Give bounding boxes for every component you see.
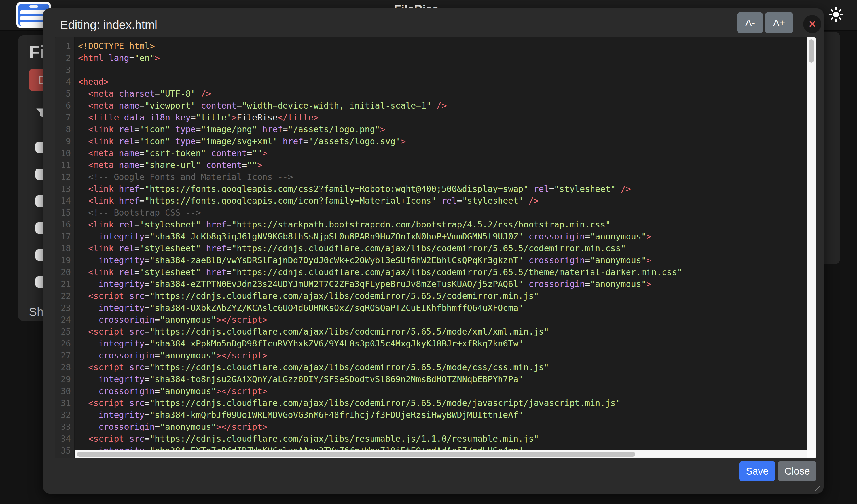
sun-icon[interactable]: [828, 7, 844, 22]
code-line[interactable]: 4<head>: [55, 76, 816, 88]
code-line[interactable]: 14 <link href="https://fonts.googleapis.…: [55, 195, 816, 207]
line-number: 22: [55, 290, 74, 302]
line-number: 12: [55, 171, 74, 183]
code-line[interactable]: 29 integrity="sha384-to8njsu2GAiXQnY/aLG…: [55, 373, 816, 385]
line-number: 28: [55, 362, 74, 373]
line-number: 25: [55, 326, 74, 338]
line-number: 14: [55, 195, 74, 207]
code-line[interactable]: 18 <link rel="stylesheet" href="https://…: [55, 243, 816, 255]
line-number: 13: [55, 183, 74, 195]
line-number: 31: [55, 397, 74, 409]
code-editor[interactable]: 1<!DOCTYPE html>2<html lang="en">34<head…: [55, 37, 816, 458]
code-line[interactable]: 28 <script src="https://cdnjs.cloudflare…: [55, 362, 816, 373]
line-number: 5: [55, 88, 74, 100]
line-number: 29: [55, 373, 74, 385]
code-line[interactable]: 31 <script src="https://cdnjs.cloudflare…: [55, 397, 816, 409]
close-button[interactable]: Close: [778, 461, 817, 481]
code-line[interactable]: 15 <!-- Bootstrap CSS -->: [55, 207, 816, 219]
line-number: 32: [55, 409, 74, 421]
line-number: 34: [55, 433, 74, 445]
code-line[interactable]: 8 <link rel="icon" type="image/png" href…: [55, 123, 816, 135]
line-number: 20: [55, 266, 74, 278]
line-number: 27: [55, 350, 74, 362]
line-number: 30: [55, 385, 74, 397]
code-line[interactable]: 22 <script src="https://cdnjs.cloudflare…: [55, 290, 816, 302]
code-line[interactable]: 25 <script src="https://cdnjs.cloudflare…: [55, 326, 816, 338]
code-line[interactable]: 13 <link href="https://fonts.googleapis.…: [55, 183, 816, 195]
code-line[interactable]: 2<html lang="en">: [55, 52, 816, 64]
save-button[interactable]: Save: [739, 461, 775, 481]
code-line[interactable]: 24 crossorigin="anonymous"></script>: [55, 314, 816, 326]
horizontal-scrollbar[interactable]: [74, 450, 807, 458]
line-number: 6: [55, 100, 74, 111]
line-number: 23: [55, 302, 74, 314]
line-number: 33: [55, 421, 74, 433]
line-number: 26: [55, 338, 74, 350]
code-line[interactable]: 5 <meta charset="UTF-8" />: [55, 88, 816, 100]
code-lines[interactable]: 1<!DOCTYPE html>2<html lang="en">34<head…: [55, 40, 816, 457]
code-line[interactable]: 16 <link rel="stylesheet" href="https://…: [55, 219, 816, 231]
code-line[interactable]: 27 crossorigin="anonymous"></script>: [55, 350, 816, 362]
code-line[interactable]: 34 <script src="https://cdnjs.cloudflare…: [55, 433, 816, 445]
line-number: 16: [55, 219, 74, 231]
code-line[interactable]: 19 integrity="sha384-zaeBlB/vwYsDRSlFajn…: [55, 255, 816, 266]
vertical-scrollbar-thumb[interactable]: [808, 39, 814, 63]
line-number: 15: [55, 207, 74, 219]
line-number: 9: [55, 135, 74, 147]
vertical-scrollbar[interactable]: [807, 37, 816, 458]
modal-title: Editing: index.html: [60, 18, 157, 32]
line-number: 24: [55, 314, 74, 326]
line-number: 4: [55, 76, 74, 88]
code-line[interactable]: 12 <!-- Google Fonts and Material Icons …: [55, 171, 816, 183]
line-number: 11: [55, 159, 74, 171]
sidebar-title: Fi: [29, 42, 45, 62]
font-decrease-button[interactable]: A-: [737, 12, 763, 33]
code-line[interactable]: 10 <meta name="csrf-token" content="">: [55, 147, 816, 159]
scrollbar-corner: [807, 450, 816, 458]
line-number: 7: [55, 111, 74, 123]
code-line[interactable]: 23 integrity="sha384-UXbkZAbZYZ/KCAslc6U…: [55, 302, 816, 314]
font-increase-button[interactable]: A+: [765, 12, 793, 33]
line-number: 35: [55, 445, 74, 457]
line-number: 1: [55, 40, 74, 52]
line-number: 18: [55, 243, 74, 255]
screen: FileRise Fi D Sho Editin: [0, 0, 857, 504]
code-line[interactable]: 11 <meta name="share-url" content="">: [55, 159, 816, 171]
code-line[interactable]: 17 integrity="sha384-JcKb8q3iqJ61gNV9KGb…: [55, 231, 816, 243]
line-number: 10: [55, 147, 74, 159]
line-number: 8: [55, 123, 74, 135]
line-number: 21: [55, 278, 74, 290]
code-line[interactable]: 20 <link rel="stylesheet" href="https://…: [55, 266, 816, 278]
code-line[interactable]: 30 crossorigin="anonymous"></script>: [55, 385, 816, 397]
code-line[interactable]: 32 integrity="sha384-kmQrbJf09Uo1WRLMDVG…: [55, 409, 816, 421]
code-line[interactable]: 26 integrity="sha384-xPpkMo5nDgD98fIcuRV…: [55, 338, 816, 350]
code-line[interactable]: 6 <meta name="viewport" content="width=d…: [55, 100, 816, 111]
close-x-button[interactable]: ✕: [803, 15, 821, 33]
edit-file-modal: Editing: index.html A- A+ ✕ 1<!DOCTYPE h…: [43, 8, 824, 493]
horizontal-scrollbar-thumb[interactable]: [77, 452, 635, 457]
code-line[interactable]: 1<!DOCTYPE html>: [55, 40, 816, 52]
code-line[interactable]: 3: [55, 64, 816, 76]
line-number: 2: [55, 52, 74, 64]
code-line[interactable]: 21 integrity="sha384-eZTPTN0EvJdn23s24UD…: [55, 278, 816, 290]
code-line[interactable]: 9 <link rel="icon" type="image/svg+xml" …: [55, 135, 816, 147]
line-number: 3: [55, 64, 74, 76]
code-line[interactable]: 7 <title data-i18n-key="title">FileRise<…: [55, 111, 816, 123]
code-line[interactable]: 33 crossorigin="anonymous"></script>: [55, 421, 816, 433]
line-number: 19: [55, 255, 74, 266]
line-number: 17: [55, 231, 74, 243]
resize-grip[interactable]: [811, 482, 820, 491]
